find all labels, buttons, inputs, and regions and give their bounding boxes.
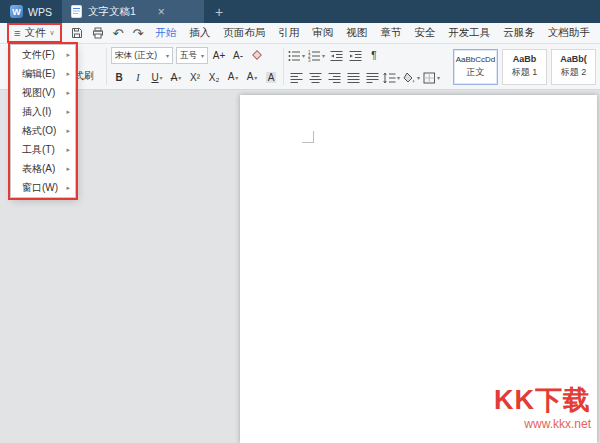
superscript-button[interactable]: X² [187, 69, 203, 86]
clear-format-icon [251, 50, 263, 62]
print-button[interactable] [92, 27, 104, 39]
file-menu-label: 文件 [24, 26, 45, 40]
styles-gallery: AaBbCcDd 正文 AaBb 标题 1 AaBb( 标题 2 [453, 47, 596, 86]
menu-item-tools[interactable]: 工具(T) ▸ [11, 140, 75, 159]
align-right-button[interactable] [326, 69, 342, 86]
menu-item-table[interactable]: 表格(A) ▸ [11, 159, 75, 178]
svg-text:3: 3 [308, 57, 311, 62]
wps-tab-label: WPS [28, 6, 52, 18]
menu-item-format[interactable]: 格式(O) ▸ [11, 121, 75, 140]
menu-item-window[interactable]: 窗口(W) ▸ [11, 178, 75, 197]
clear-format-button[interactable] [249, 47, 265, 64]
quick-access-toolbar: ↶ ↷ [71, 27, 144, 40]
wps-home-tab[interactable]: W WPS [0, 0, 62, 23]
style-heading-1[interactable]: AaBb 标题 1 [502, 49, 547, 85]
save-button[interactable] [71, 27, 83, 39]
highlight-icon: A [247, 71, 254, 85]
underline-label: U [151, 72, 158, 83]
tab-dev-tools[interactable]: 开发工具 [448, 26, 490, 40]
style-normal[interactable]: AaBbCcDd 正文 [453, 49, 498, 85]
increase-indent-button[interactable] [347, 47, 363, 64]
submenu-arrow-icon: ▸ [66, 89, 70, 97]
watermark: KK下载 www.kkx.net [494, 386, 591, 431]
bold-button[interactable]: B [111, 69, 127, 86]
tab-security[interactable]: 安全 [414, 26, 435, 40]
strikethrough-button[interactable]: A▾ [168, 69, 184, 86]
tab-home[interactable]: 开始 [155, 26, 176, 40]
decrease-indent-icon [330, 50, 343, 62]
font-size-select[interactable]: 五号 ▾ [176, 47, 208, 64]
show-paragraph-marks-button[interactable]: ¶ [366, 47, 382, 64]
font-color-button[interactable]: A▾ [225, 69, 241, 86]
align-center-button[interactable] [307, 69, 323, 86]
close-tab-icon[interactable]: × [158, 6, 165, 18]
document-tab[interactable]: 文字文稿1 × [62, 0, 204, 23]
line-spacing-button[interactable]: ▾ [383, 69, 400, 86]
font-name-select[interactable]: 宋体 (正文) ▾ [111, 47, 173, 64]
font-group-row2: B I U▾ A▾ X² X₂ A▾ A▾ A [111, 69, 279, 86]
ribbon: 格式刷 宋体 (正文) ▾ 五号 ▾ A+ A- [0, 44, 600, 90]
distributed-button[interactable] [364, 69, 380, 86]
menu-item-view[interactable]: 视图(V) ▸ [11, 83, 75, 102]
style-sample: AaBb( [560, 54, 587, 64]
menu-item-file[interactable]: 文件(F) ▸ [11, 45, 75, 64]
shading-icon [403, 72, 416, 84]
decrease-indent-button[interactable] [328, 47, 344, 64]
submenu-arrow-icon: ▸ [66, 51, 70, 59]
italic-button[interactable]: I [130, 69, 146, 86]
undo-button[interactable]: ↶ [113, 27, 124, 40]
document-page[interactable]: KK下载 www.kkx.net [240, 95, 597, 443]
align-left-button[interactable] [288, 69, 304, 86]
submenu-arrow-icon: ▸ [66, 146, 70, 154]
tab-view[interactable]: 视图 [346, 26, 367, 40]
style-sample: AaBbCcDd [456, 55, 496, 64]
menu-item-label: 格式(O) [22, 124, 56, 138]
borders-button[interactable]: ▾ [423, 69, 440, 86]
style-name: 标题 2 [561, 66, 587, 79]
tab-cloud-service[interactable]: 云服务 [503, 26, 535, 40]
font-name-value: 宋体 (正文) [115, 50, 157, 62]
menu-item-insert[interactable]: 插入(I) ▸ [11, 102, 75, 121]
submenu-arrow-icon: ▸ [66, 70, 70, 78]
file-menu-button[interactable]: ≡ 文件 ∨ [7, 23, 62, 43]
shading-button[interactable]: ▾ [403, 69, 420, 86]
justify-button[interactable] [345, 69, 361, 86]
style-name: 标题 1 [512, 66, 538, 79]
file-dropdown-menu: 文件(F) ▸ 编辑(E) ▸ 视图(V) ▸ 插入(I) ▸ 格式(O) ▸ … [10, 44, 76, 198]
justify-icon [347, 72, 360, 84]
dropdown-arrow-icon: ▾ [417, 74, 420, 81]
bullet-list-button[interactable]: ▾ [288, 47, 305, 64]
grow-font-button[interactable]: A+ [211, 47, 227, 64]
new-tab-button[interactable]: + [204, 0, 234, 23]
dropdown-arrow-icon: ▾ [201, 52, 204, 59]
redo-button[interactable]: ↷ [132, 27, 143, 40]
highlight-button[interactable]: A▾ [244, 69, 260, 86]
tab-review[interactable]: 审阅 [312, 26, 333, 40]
line-spacing-icon [383, 72, 396, 84]
menu-item-label: 表格(A) [22, 162, 55, 176]
submenu-arrow-icon: ▸ [66, 127, 70, 135]
chevron-down-icon: ∨ [49, 29, 54, 37]
menu-item-edit[interactable]: 编辑(E) ▸ [11, 64, 75, 83]
tab-insert[interactable]: 插入 [189, 26, 210, 40]
menu-item-label: 文件(F) [22, 48, 55, 62]
underline-button[interactable]: U▾ [149, 69, 165, 86]
font-group-row1: 宋体 (正文) ▾ 五号 ▾ A+ A- [111, 47, 279, 64]
tab-section[interactable]: 章节 [380, 26, 401, 40]
dropdown-arrow-icon: ▾ [397, 74, 400, 81]
shrink-font-button[interactable]: A- [230, 47, 246, 64]
numbered-list-button[interactable]: 123 ▾ [308, 47, 325, 64]
distributed-icon [366, 72, 379, 84]
char-shading-icon: A [266, 72, 277, 83]
align-center-icon [309, 72, 322, 84]
tab-references[interactable]: 引用 [278, 26, 299, 40]
char-shading-button[interactable]: A [263, 69, 279, 86]
tab-doc-assistant[interactable]: 文档助手 [548, 26, 590, 40]
submenu-arrow-icon: ▸ [66, 184, 70, 192]
group-divider [283, 48, 284, 85]
submenu-arrow-icon: ▸ [66, 108, 70, 116]
document-icon [71, 5, 82, 18]
style-heading-2[interactable]: AaBb( 标题 2 [551, 49, 596, 85]
tab-page-layout[interactable]: 页面布局 [223, 26, 265, 40]
subscript-button[interactable]: X₂ [206, 69, 222, 86]
